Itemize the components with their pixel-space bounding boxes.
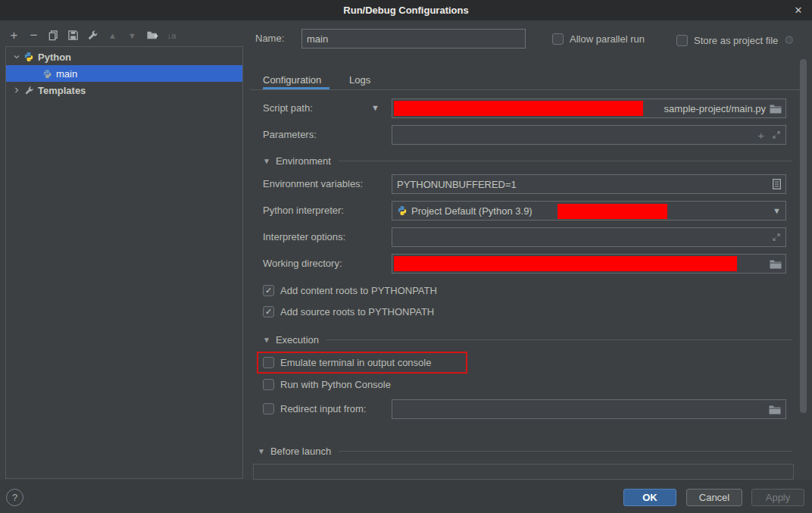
before-launch-section-title: Before launch: [270, 446, 331, 457]
emulate-terminal-checkbox[interactable]: [263, 357, 274, 368]
store-as-project-file-checkbox[interactable]: [676, 35, 688, 46]
script-path-type-dropdown-icon[interactable]: ▼: [371, 103, 379, 112]
section-rule: [339, 161, 792, 161]
tree-item-label: Templates: [38, 85, 86, 96]
cancel-button[interactable]: Cancel: [686, 489, 742, 506]
redaction-block: [394, 101, 643, 116]
run-debug-configurations-dialog: Run/Debug Configurations ✕ + − ▲ ▼ ↓a: [0, 0, 812, 513]
name-label: Name:: [255, 29, 284, 48]
edit-templates-icon[interactable]: [86, 28, 99, 42]
apply-button[interactable]: Apply: [751, 489, 804, 506]
python-interpreter-value: Project Default (Python 3.9): [411, 205, 532, 217]
titlebar: Run/Debug Configurations ✕: [0, 0, 812, 20]
remove-configuration-button[interactable]: −: [27, 28, 40, 42]
name-input[interactable]: main: [301, 29, 526, 48]
copy-configuration-icon[interactable]: [47, 28, 60, 42]
add-macro-icon[interactable]: +: [757, 129, 764, 142]
store-as-project-file-row: Store as project file ⚙: [676, 33, 795, 47]
working-directory-input[interactable]: [392, 254, 786, 274]
python-icon: [41, 67, 53, 80]
section-rule: [339, 451, 792, 452]
add-configuration-button[interactable]: +: [8, 28, 20, 42]
move-up-icon[interactable]: ▲: [106, 28, 119, 42]
python-interpreter-select[interactable]: Project Default (Python 3.9) ▼: [392, 201, 786, 221]
redirect-input-file-input[interactable]: [392, 399, 786, 419]
gear-icon[interactable]: ⚙: [784, 33, 794, 47]
parameters-input[interactable]: +: [392, 125, 786, 145]
environment-variables-input[interactable]: PYTHONUNBUFFERED=1: [392, 174, 786, 194]
move-down-icon[interactable]: ▼: [126, 28, 139, 42]
execution-section-header[interactable]: ▼ Execution: [263, 334, 792, 346]
script-path-input[interactable]: sample-project/main.py: [392, 99, 786, 118]
chevron-down-icon[interactable]: [11, 51, 23, 63]
tree-item-label: Python: [38, 52, 71, 63]
interpreter-options-label: Interpreter options:: [263, 227, 345, 247]
emulate-terminal-row: Emulate terminal in output console: [263, 357, 431, 368]
tree-item-python[interactable]: Python: [6, 48, 242, 65]
add-content-roots-checkbox[interactable]: ✓: [263, 285, 274, 296]
emulate-terminal-label[interactable]: Emulate terminal in output console: [280, 357, 431, 368]
tree-item-label: main: [56, 68, 77, 80]
redirect-input-checkbox[interactable]: [263, 403, 274, 414]
parameters-label: Parameters:: [263, 125, 317, 145]
folder-icon[interactable]: [766, 259, 785, 269]
chevron-right-icon[interactable]: [11, 84, 23, 96]
interpreter-options-input[interactable]: [392, 227, 786, 247]
ok-button[interactable]: OK: [623, 489, 676, 506]
save-configuration-icon[interactable]: [67, 28, 80, 42]
collapse-triangle-icon[interactable]: ▼: [258, 447, 265, 455]
redaction-block: [394, 256, 737, 271]
redaction-block: [557, 204, 667, 219]
before-launch-task-list[interactable]: [253, 464, 794, 480]
sort-configurations-icon[interactable]: ↓a: [165, 28, 178, 42]
wrench-icon: [23, 84, 35, 96]
section-rule: [326, 339, 792, 340]
script-path-label: Script path:: [263, 99, 313, 118]
close-icon[interactable]: ✕: [791, 2, 806, 17]
interpreter-dropdown-icon[interactable]: ▼: [773, 206, 781, 215]
redirect-input-row: Redirect input from:: [263, 403, 366, 414]
configurations-tree: Python main Templates: [5, 46, 243, 479]
folder-icon[interactable]: [769, 405, 781, 414]
allow-parallel-run-checkbox[interactable]: [552, 33, 564, 45]
dialog-title: Run/Debug Configurations: [343, 5, 468, 16]
add-source-roots-label[interactable]: Add source roots to PYTHONPATH: [280, 306, 434, 317]
check-icon: ✓: [265, 286, 272, 296]
before-launch-section-header[interactable]: ▼ Before launch: [258, 446, 792, 457]
expand-field-icon[interactable]: [772, 233, 781, 242]
tree-item-templates[interactable]: Templates: [6, 82, 242, 99]
allow-parallel-run-row: Allow parallel run: [552, 33, 645, 45]
tab-logs[interactable]: Logs: [349, 72, 370, 89]
help-button[interactable]: ?: [6, 489, 23, 506]
vertical-scrollbar-thumb[interactable]: [800, 59, 807, 413]
store-as-project-file-label[interactable]: Store as project file: [694, 35, 778, 46]
add-content-roots-row: ✓ Add content roots to PYTHONPATH: [263, 285, 437, 296]
working-directory-label: Working directory:: [263, 254, 342, 274]
add-source-roots-checkbox[interactable]: ✓: [263, 306, 274, 317]
run-python-console-row: Run with Python Console: [263, 379, 391, 390]
collapse-triangle-icon[interactable]: ▼: [263, 336, 270, 344]
new-folder-icon[interactable]: [145, 28, 158, 42]
python-interpreter-label: Python interpreter:: [263, 201, 344, 221]
redirect-input-label[interactable]: Redirect input from:: [280, 403, 366, 414]
add-source-roots-row: ✓ Add source roots to PYTHONPATH: [263, 306, 434, 317]
collapse-triangle-icon[interactable]: ▼: [263, 157, 270, 165]
tab-configuration[interactable]: Configuration: [263, 72, 321, 89]
execution-section-title: Execution: [276, 334, 319, 346]
environment-section-header[interactable]: ▼ Environment: [263, 155, 792, 167]
environment-variables-label: Environment variables:: [263, 174, 363, 194]
environment-section-title: Environment: [276, 155, 331, 167]
tabs-separator: [250, 89, 800, 90]
script-path-value: sample-project/main.py: [664, 103, 766, 114]
run-python-console-label[interactable]: Run with Python Console: [280, 379, 391, 390]
add-content-roots-label[interactable]: Add content roots to PYTHONPATH: [280, 285, 437, 296]
python-icon: [397, 205, 408, 216]
expand-field-icon[interactable]: [772, 130, 781, 139]
folder-icon[interactable]: [766, 104, 785, 114]
help-icon: ?: [12, 492, 17, 503]
browse-variables-icon[interactable]: [773, 179, 781, 189]
configurations-toolbar: + − ▲ ▼ ↓a: [8, 28, 178, 42]
allow-parallel-run-label[interactable]: Allow parallel run: [570, 33, 645, 45]
tree-item-main[interactable]: main: [6, 65, 242, 82]
run-python-console-checkbox[interactable]: [263, 379, 274, 390]
